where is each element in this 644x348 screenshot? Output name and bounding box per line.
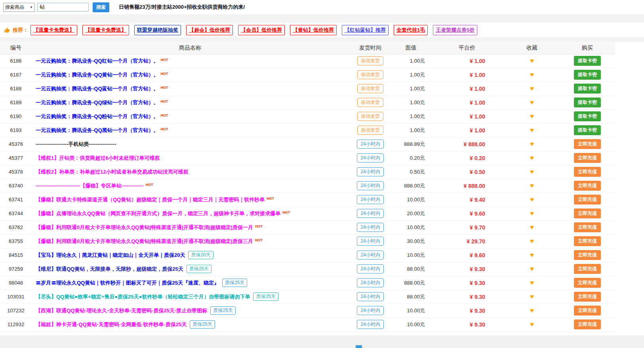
recommend-link[interactable]: 【流量卡免费送】: [30, 25, 77, 35]
recommend-label: 推荐：: [13, 27, 28, 34]
buy-button[interactable]: 提取卡密: [574, 111, 601, 121]
search-button[interactable]: 搜索: [93, 2, 109, 12]
header-buy: 购买: [560, 42, 615, 54]
favorite-heart-icon[interactable]: ♥: [530, 210, 534, 217]
recommend-link[interactable]: 【超会】低价推荐: [186, 25, 233, 35]
product-name-link[interactable]: 一元云购抽奖：腾讯业务-QQ黑钻一个月（官方钻）。: [36, 127, 159, 133]
delivery-badge: 自动发货: [357, 84, 383, 93]
platform-price: ¥ 9.40: [430, 193, 504, 207]
product-name-link[interactable]: 【维尼】联通QQ黄钻，无限接单，无限秒，超级稳定，质保25天: [36, 266, 183, 272]
buy-button[interactable]: 立即充值: [574, 181, 601, 191]
buy-button[interactable]: 提取卡密: [574, 98, 601, 107]
product-name-link[interactable]: 【爆稳】联通大卡特殊渠道开通（QQ黄钻）超级稳定｜质保一个月｜稳定三月｜无需密码…: [36, 197, 265, 203]
recommend-link[interactable]: 【红钻蓝钻】推荐: [342, 25, 389, 35]
search-input[interactable]: [37, 3, 89, 11]
search-category-select[interactable]: 搜索商品 ▼: [3, 3, 35, 12]
product-name-link[interactable]: 【尽头】QQ黄钻●效率+稳定+售后●质保25天●软件秒单（轻松稳定三个月）自带图…: [36, 294, 250, 300]
hot-label: HOT: [161, 58, 168, 62]
recommend-link[interactable]: 王者荣耀点券5折: [433, 25, 477, 35]
recommend-link[interactable]: 【黄钻】低价推荐: [290, 25, 337, 35]
product-name-link[interactable]: 【福娃】神卡开通·QQ黄钻·无需密码·全网最低·软件秒单·质保25天: [36, 321, 187, 327]
buy-button[interactable]: 提取卡密: [574, 84, 601, 94]
product-name-link[interactable]: 【维权1】开钻类：供货商超过6小时未处理订单可维权: [36, 155, 160, 161]
favorite-heart-icon[interactable]: ♥: [530, 126, 534, 134]
product-name-link[interactable]: 一元云购抽奖：腾讯业务-QQ黄钻一个月（官方钻）。: [36, 72, 159, 78]
product-name-link[interactable]: 一元云购抽奖：腾讯业务-QQ粉钻一个月（官方钻）。: [36, 113, 159, 119]
recommend-link[interactable]: 联盟穿越绝版抽奖: [134, 25, 181, 35]
delivery-badge: 24小时内: [357, 140, 383, 149]
product-name-link[interactable]: 〓岁月〓理论永久QQ黄钻｜软件秒开｜图标灭了可开｜质保25天『速度、稳定』: [36, 280, 219, 286]
table-row: 6188 一元云购抽奖：腾讯业务-QQ蓝钻一个月（官方钻）。HOT 自动发货 1…: [0, 82, 615, 96]
favorite-heart-icon[interactable]: ♥: [530, 293, 534, 300]
table-row: 6193 一元云购抽奖：腾讯业务-QQ黑钻一个月（官方钻）。HOT 自动发货 1…: [0, 123, 615, 137]
table-header-row: 编号 商品名称 发货时间 面值 平台价 收藏 购买: [0, 42, 615, 54]
table-row: 112932 【福娃】神卡开通·QQ黄钻·无需密码·全网最低·软件秒单·质保25…: [0, 317, 615, 331]
favorite-heart-icon[interactable]: ♥: [530, 196, 534, 203]
platform-price: ¥ 1.00: [430, 109, 504, 123]
favorite-heart-icon[interactable]: ♥: [530, 168, 534, 176]
pagination-partial[interactable]: [356, 345, 362, 348]
favorite-heart-icon[interactable]: ♥: [530, 71, 534, 78]
favorite-heart-icon[interactable]: ♥: [530, 113, 534, 120]
favorite-heart-icon[interactable]: ♥: [530, 237, 534, 245]
product-name-link[interactable]: -------------------手机钻类----------------: [36, 141, 116, 147]
product-id: 63741: [0, 193, 32, 207]
face-value: 1.00元: [392, 54, 430, 68]
favorite-heart-icon[interactable]: ♥: [530, 57, 534, 65]
buy-button[interactable]: 提取卡密: [574, 56, 601, 66]
hot-label: HOT: [146, 183, 153, 187]
hot-label: HOT: [161, 86, 168, 90]
recommend-link[interactable]: 【会员】低价推荐: [238, 25, 285, 35]
face-value: 10.00元: [392, 220, 430, 234]
product-id: 45377: [0, 151, 32, 165]
hot-label: HOT: [267, 197, 274, 201]
favorite-heart-icon[interactable]: ♥: [530, 224, 534, 231]
product-name-link[interactable]: 一元云购抽奖：腾讯业务-QQ红钻一个月（官方钻）。: [36, 58, 159, 64]
favorite-heart-icon[interactable]: ♥: [530, 85, 534, 92]
product-name-link[interactable]: 【爆稳】点播理论永久QQ黄钻（网页查不到开通方式）质保一月，稳定三月，超级神卡开…: [36, 210, 280, 216]
favorite-heart-icon[interactable]: ♥: [530, 154, 534, 162]
delivery-badge: 24小时内: [357, 195, 383, 204]
buy-button[interactable]: 立即充值: [574, 292, 601, 302]
platform-price: ¥ 9.60: [430, 207, 504, 220]
favorite-heart-icon[interactable]: ♥: [530, 140, 534, 148]
favorite-heart-icon[interactable]: ♥: [530, 182, 534, 189]
buy-button[interactable]: 立即充值: [574, 139, 601, 149]
face-value: 1.00元: [392, 123, 430, 137]
recommend-link[interactable]: 全套代挂1毛: [394, 25, 428, 35]
hot-label: HOT: [161, 72, 168, 76]
product-name-link[interactable]: 一元云购抽奖：腾讯业务-QQ绿钻一个月（官方钻）。: [36, 99, 159, 105]
buy-button[interactable]: 立即充值: [574, 306, 601, 315]
product-name-link[interactable]: 【西湖】联通QQ黄钻-理论永久-全天秒单-无需密码-质保25天-禁止自带图标: [36, 308, 207, 314]
buy-button[interactable]: 立即充值: [574, 236, 601, 246]
favorite-heart-icon[interactable]: ♥: [530, 307, 534, 314]
favorite-heart-icon[interactable]: ♥: [530, 251, 534, 259]
buy-button[interactable]: 立即充值: [574, 167, 601, 177]
favorite-heart-icon[interactable]: ♥: [530, 279, 534, 287]
favorite-heart-icon[interactable]: ♥: [530, 321, 534, 328]
product-name-link[interactable]: 【宝马】理论永久｜黑龙江黄钻｜稳定如山｜全天开单｜质保20天: [36, 252, 185, 258]
product-id: 63740: [0, 179, 32, 193]
buy-button[interactable]: 立即充值: [574, 208, 601, 218]
footer-strip: [0, 335, 644, 348]
product-name-link[interactable]: 【爆稳】利用联通0月租大卡开单理论永久QQ黄钻|特殊渠道开通|开通不取消|超级稳…: [36, 238, 253, 244]
favorite-heart-icon[interactable]: ♥: [530, 99, 534, 106]
face-value: 0.50元: [392, 165, 430, 179]
buy-button[interactable]: 立即充值: [574, 250, 601, 260]
buy-button[interactable]: 立即充值: [574, 222, 601, 232]
buy-button[interactable]: 立即充值: [574, 195, 601, 205]
product-name-link[interactable]: 一元云购抽奖：腾讯业务-QQ蓝钻一个月（官方钻）。: [36, 86, 159, 92]
buy-button[interactable]: 提取卡密: [574, 70, 601, 80]
favorite-heart-icon[interactable]: ♥: [530, 265, 534, 273]
product-id: 107232: [0, 304, 32, 317]
platform-price: ¥ 0.20: [430, 151, 504, 165]
recommend-link[interactable]: 【流量卡免费送】: [82, 25, 129, 35]
buy-button[interactable]: 提取卡密: [574, 125, 601, 135]
product-name-link[interactable]: 【维权2】补单类：补单超过12小时或者补单交易成功钻没亮可维权: [36, 169, 189, 175]
buy-button[interactable]: 立即充值: [574, 278, 601, 288]
product-name-link[interactable]: --------------------------【爆稳】专区单钻------…: [36, 183, 144, 189]
buy-button[interactable]: 立即充值: [574, 264, 601, 274]
buy-button[interactable]: 立即充值: [574, 319, 601, 329]
buy-button[interactable]: 立即充值: [574, 153, 601, 163]
product-name-link[interactable]: 【爆稳】利用联通0月租大卡开单理论永久QQ黄钻|特殊渠道开通|开通不取消|超级稳…: [36, 224, 253, 230]
